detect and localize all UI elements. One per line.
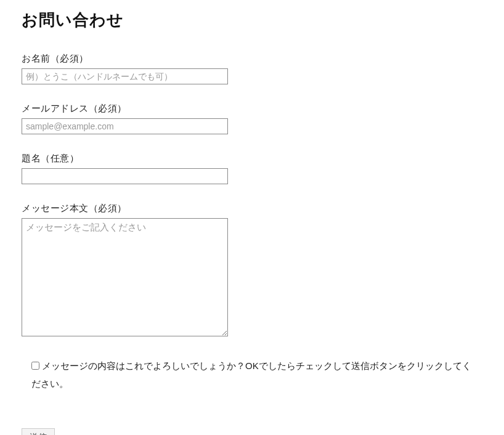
message-field-group: メッセージ本文（必須） [22, 203, 482, 339]
confirm-label[interactable]: メッセージの内容はこれでよろしいでしょうか？OKでしたらチェックして送信ボタンを… [31, 357, 473, 392]
subject-field-group: 題名（任意） [22, 153, 482, 184]
message-label: メッセージ本文（必須） [22, 203, 482, 214]
subject-label: 題名（任意） [22, 153, 482, 165]
email-label: メールアドレス（必須） [22, 103, 482, 115]
contact-form: お名前（必須） メールアドレス（必須） 題名（任意） メッセージ本文（必須） メ… [22, 53, 482, 435]
email-input[interactable] [22, 118, 228, 134]
name-label: お名前（必須） [22, 53, 482, 65]
page-title: お問い合わせ [22, 9, 482, 31]
name-field-group: お名前（必須） [22, 53, 482, 84]
subject-input[interactable] [22, 168, 228, 184]
submit-button[interactable]: 送信 [22, 428, 55, 435]
name-input[interactable] [22, 68, 228, 84]
message-textarea[interactable] [22, 218, 228, 336]
confirm-block: メッセージの内容はこれでよろしいでしょうか？OKでしたらチェックして送信ボタンを… [22, 357, 482, 392]
confirm-checkbox[interactable] [31, 362, 39, 370]
email-field-group: メールアドレス（必須） [22, 103, 482, 134]
confirm-text: メッセージの内容はこれでよろしいでしょうか？OKでしたらチェックして送信ボタンを… [31, 360, 471, 389]
